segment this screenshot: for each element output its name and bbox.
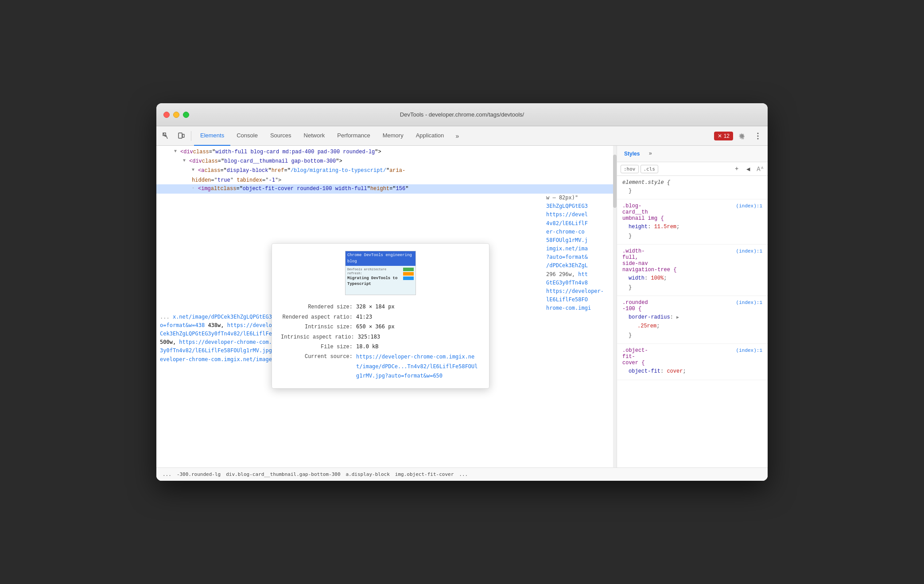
style-rule-close: } [622,232,762,241]
scrollbar-thumb[interactable] [613,155,617,208]
breadcrumb-item-anchor[interactable]: a.display-block [343,471,392,478]
svg-rect-1 [179,133,182,138]
style-rule-height: height: 11.5rem; [622,222,762,231]
info-table: Rendered size: 328 × 184 px Rendered asp… [281,302,480,381]
style-source-link[interactable]: (index):1 [736,249,762,254]
image-preview: Chrome DevTools engineering blog DevTool… [281,251,480,295]
style-source-link[interactable]: (index):1 [736,203,762,209]
toolbar: Elements Console Sources Network Perform… [156,126,768,146]
layout-icon[interactable]: ◀ [743,164,753,174]
shape-green [403,268,414,271]
file-size-value: 18.0 kB [356,342,379,352]
image-tooltip: Chrome DevTools engineering blog DevTool… [272,243,489,389]
rendered-aspect-label: Rendered aspect ratio: [281,313,356,323]
styles-header: Styles » [617,146,768,162]
expand-triangle[interactable]: ▼ [192,167,198,174]
inspect-element-button[interactable] [159,129,173,143]
device-toolbar-button[interactable] [174,129,188,143]
rendered-aspect-value: 41:23 [356,312,372,322]
main-content: ▼ <div class="width-full blog-card md:pa… [156,146,768,467]
current-source-label: Current source: [281,352,356,362]
cls-button[interactable]: .cls [641,165,659,173]
styles-toolbar-icons: + ◀ [732,164,753,174]
style-block-rounded: .rounded-100 { (index):1 border-radius: … [617,296,768,344]
selector-row: .rounded-100 { (index):1 [622,300,762,312]
expand-triangle[interactable]: ▼ [174,148,180,155]
minimize-button[interactable] [173,112,179,118]
style-block-object-fit: .object-fit-cover { (index):1 object-fit… [617,344,768,380]
intrinsic-size-row: Intrinsic size: 650 × 366 px [281,322,480,332]
close-button[interactable] [163,112,170,118]
styles-panel: Styles » :hov .cls + ◀ Aᴬ [617,146,768,467]
breadcrumb-item-more[interactable]: ... [456,471,470,478]
selector-row: .blog-card__thumbnail img { (index):1 [622,203,762,222]
error-badge[interactable]: ✕ 12 [714,132,733,140]
breadcrumb-item-rounded[interactable]: -300.rounded-lg [174,471,223,478]
expand-value-icon[interactable]: ▶ [676,315,679,320]
more-options-button[interactable] [751,129,765,143]
elements-panel[interactable]: ▼ <div class="width-full blog-card md:pa… [156,146,617,467]
breadcrumb-bar: ... -300.rounded-lg div.blog-card__thumb… [156,467,768,481]
preview-text: DevTools architecture refresh: Migrating… [347,268,401,288]
styles-content[interactable]: element.style { } .blog-card__thumbnail … [617,176,768,467]
toolbar-right: ✕ 12 [714,129,765,143]
maximize-button[interactable] [183,112,189,118]
html-line[interactable]: ▼ <div class="blog-card__thumbnail gap-b… [156,157,617,166]
style-selector-text: .rounded-100 { [622,300,648,312]
current-source-row: Current source: https://developer-chrome… [281,352,480,381]
selector-row: .width-full,side-navnavigation-tree { (i… [622,248,762,273]
rendered-size-row: Rendered size: 328 × 184 px [281,302,480,312]
tab-styles[interactable]: Styles [621,149,643,159]
tab-memory[interactable]: Memory [377,126,410,146]
selector-row: .object-fit-cover { (index):1 [622,347,762,366]
style-block-blog-card-thumbnail: .blog-card__thumbnail img { (index):1 he… [617,199,768,245]
intrinsic-size-label: Intrinsic size: [281,323,356,332]
breadcrumb-item-thumbnail[interactable]: div.blog-card__thumbnail.gap-bottom-300 [223,471,343,478]
style-block-element: element.style { } [617,176,768,199]
more-tabs-button[interactable]: » [450,129,464,143]
style-rule-border-radius: border-radius: ▶ .25rem; [622,313,762,331]
preview-main-title: Migrating DevTools to Typescript [347,276,401,287]
style-selector-text: .width-full,side-navnavigation-tree { [622,248,676,273]
style-selector-text: .blog-card__thumbnail img { [622,203,664,222]
intrinsic-aspect-value: 325:183 [358,332,380,342]
toolbar-divider [191,131,191,141]
tab-network[interactable]: Network [298,126,331,146]
html-line[interactable]: ▼ <div class="width-full blog-card md:pa… [156,148,617,157]
expand-triangle[interactable]: · [192,185,198,192]
selector-row: element.style { [622,179,762,186]
style-source-link[interactable]: (index):1 [736,300,762,305]
tab-elements[interactable]: Elements [194,126,230,146]
add-rule-icon[interactable]: + [732,164,742,174]
html-line[interactable]: ▼ <a class="display-block" href="/blog/m… [156,166,617,175]
text-size-icon[interactable]: Aᴬ [757,165,764,173]
svg-point-5 [757,138,759,139]
style-block-width-full: .width-full,side-navnavigation-tree { (i… [617,245,768,296]
styles-more-tabs[interactable]: » [645,148,656,159]
current-source-value[interactable]: https://developer-chrome-com.imgix.net/i… [356,352,480,381]
scrollbar[interactable] [613,146,617,467]
tab-console[interactable]: Console [230,126,264,146]
breadcrumb-item-img[interactable]: img.object-fit-cover [392,471,456,478]
shape-orange [403,272,414,276]
window-title: DevTools - developer.chrome.com/tags/dev… [400,111,524,118]
breadcrumb-item-dots[interactable]: ... [160,471,174,478]
style-selector-text: .object-fit-cover { [622,347,648,366]
traffic-lights [163,112,189,118]
tab-performance[interactable]: Performance [331,126,376,146]
style-rule-object-fit: object-fit: cover; [622,367,762,376]
html-attr-continued: hidden="true" tabindex="-1"> [156,176,617,184]
expand-triangle[interactable]: ▼ [183,157,189,164]
devtools-container: Elements Console Sources Network Perform… [156,126,768,481]
titlebar: DevTools - developer.chrome.com/tags/dev… [156,103,768,126]
preview-header: Chrome DevTools engineering blog [346,251,415,266]
tab-sources[interactable]: Sources [264,126,298,146]
preview-subtitle-text: DevTools architecture refresh: [347,268,401,276]
style-rule-close: } [622,283,762,292]
tab-application[interactable]: Application [410,126,450,146]
html-line-selected[interactable]: · <img alt class="object-fit-cover round… [156,184,617,194]
style-source-link[interactable]: (index):1 [736,348,762,353]
settings-button[interactable] [735,129,749,143]
style-rules: } [622,187,762,195]
hov-button[interactable]: :hov [621,165,639,173]
